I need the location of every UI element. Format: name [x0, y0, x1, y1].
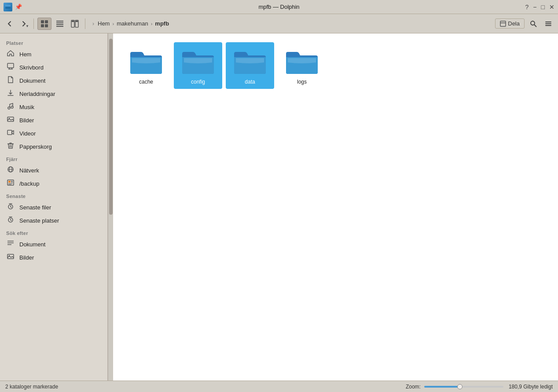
close-button[interactable]: ✕	[549, 4, 554, 11]
sidebar-item-bilder[interactable]: Bilder	[0, 114, 107, 127]
titlebar-left: 📌	[4, 3, 22, 11]
selection-status: 2 kataloger markerade	[5, 384, 58, 390]
folder-icon-data	[232, 46, 268, 76]
sidebar-item-dokument[interactable]: Dokument	[0, 74, 107, 87]
backup-icon	[6, 179, 15, 188]
folder-label-config: config	[190, 78, 206, 85]
back-button[interactable]	[4, 18, 16, 29]
search-button[interactable]	[527, 18, 540, 29]
svg-rect-38	[8, 181, 11, 183]
breadcrumb-sep-2: ›	[151, 21, 153, 26]
svg-rect-1	[5, 7, 11, 9]
sidebar-label-dokument: Dokument	[19, 77, 45, 84]
sidebar-label-hem: Hem	[19, 51, 31, 58]
breadcrumb-arrow: ›	[92, 21, 94, 27]
file-area: cache config	[113, 33, 558, 381]
trash-icon	[6, 142, 15, 151]
recent-places-icon	[6, 216, 15, 225]
section-platser: Platser	[0, 37, 107, 48]
sidebar-item-sok-bilder[interactable]: Bilder	[0, 251, 107, 264]
folder-item-data[interactable]: data	[226, 42, 274, 89]
svg-rect-12	[72, 21, 74, 22]
sidebar-item-senaste-filer[interactable]: Senaste filer	[0, 201, 107, 214]
help-button[interactable]: ?	[525, 4, 529, 11]
svg-rect-4	[41, 24, 44, 27]
svg-rect-2	[41, 20, 44, 23]
search-document-icon	[6, 240, 15, 249]
dokument-icon	[6, 76, 15, 85]
zoom-label: Zoom:	[406, 384, 421, 390]
sidebar-item-hem[interactable]: Hem	[0, 48, 107, 61]
sidebar-item-skrivbord[interactable]: Skrivbord	[0, 61, 107, 74]
toolbar-sep-1	[33, 18, 34, 29]
statusbar: 2 kataloger markerade Zoom: 180,9 Gibyte…	[0, 381, 558, 392]
sidebar-item-sok-dokument[interactable]: Dokument	[0, 238, 107, 251]
sidebar-item-natverk[interactable]: Nätverk	[0, 164, 107, 177]
zoom-thumb[interactable]	[457, 384, 463, 389]
folder-icon-cache	[128, 46, 164, 76]
forward-button[interactable]: ▼	[18, 18, 30, 29]
sidebar-label-nerladdningar: Nerladdningar	[19, 91, 55, 97]
svg-rect-6	[56, 21, 63, 22]
sidebar-item-videor[interactable]: Videor	[0, 127, 107, 140]
minimize-button[interactable]: −	[533, 4, 536, 11]
sidebar-label-sok-bilder: Bilder	[19, 254, 34, 261]
svg-rect-5	[45, 24, 48, 27]
network-icon	[6, 166, 15, 175]
scrollbar-thumb[interactable]	[109, 39, 113, 215]
window-title: mpfb — Dolphin	[258, 4, 299, 10]
file-grid: cache config	[122, 42, 549, 89]
images-icon	[6, 116, 15, 125]
sidebar-scrollbar[interactable]	[108, 33, 113, 381]
svg-rect-13	[76, 21, 78, 22]
sidebar-item-musik[interactable]: Musik	[0, 100, 107, 114]
folder-item-logs[interactable]: logs	[278, 42, 326, 89]
breadcrumb-item-makehuman[interactable]: makehuman	[115, 19, 150, 28]
download-icon	[6, 89, 15, 98]
svg-point-27	[11, 106, 13, 108]
music-icon	[6, 103, 15, 111]
view-details-button[interactable]	[53, 18, 66, 29]
home-icon	[6, 50, 15, 59]
desktop-icon	[6, 63, 15, 72]
svg-rect-7	[56, 22, 63, 23]
sidebar-item-papperskorg[interactable]: Papperskorg	[0, 140, 107, 153]
sidebar-label-bilder: Bilder	[19, 117, 34, 124]
svg-rect-30	[7, 130, 12, 135]
breadcrumb-item-mpfb[interactable]: mpfb	[153, 19, 171, 28]
svg-line-17	[534, 25, 536, 27]
folder-label-data: data	[243, 78, 256, 85]
sidebar-item-backup[interactable]: /backup	[0, 177, 107, 190]
sidebar-label-sok-dokument: Dokument	[19, 241, 45, 248]
pin-icon[interactable]: 📌	[15, 4, 22, 10]
section-senaste: Senaste	[0, 190, 107, 201]
video-icon	[6, 129, 15, 138]
free-space: 180,9 Gibyte ledigt	[509, 384, 553, 390]
sidebar-item-senaste-platser[interactable]: Senaste platser	[0, 214, 107, 227]
svg-point-26	[8, 107, 10, 109]
sidebar-label-senaste-platser: Senaste platser	[19, 217, 59, 224]
svg-rect-9	[56, 26, 63, 27]
view-split-button[interactable]	[68, 18, 81, 29]
sidebar: Platser Hem Skrivbord	[0, 33, 108, 381]
titlebar-buttons: ? − □ ✕	[525, 4, 554, 11]
folder-label-logs: logs	[296, 78, 308, 85]
menu-button[interactable]	[542, 18, 554, 29]
section-fjarr: Fjärr	[0, 153, 107, 164]
section-sok: Sök efter	[0, 227, 107, 238]
breadcrumb: › Hem › makehuman › mpfb	[92, 19, 490, 28]
sidebar-item-nerladdningar[interactable]: Nerladdningar	[0, 87, 107, 100]
titlebar: 📌 mpfb — Dolphin ? − □ ✕	[0, 0, 558, 14]
dela-button[interactable]: Dela	[495, 18, 525, 29]
breadcrumb-item-hem[interactable]: Hem	[96, 19, 111, 28]
folder-item-config[interactable]: config	[174, 42, 222, 89]
maximize-button[interactable]: □	[541, 4, 545, 11]
folder-item-cache[interactable]: cache	[122, 42, 170, 89]
dela-label: Dela	[508, 20, 520, 27]
folder-icon-config	[180, 46, 216, 76]
svg-rect-21	[7, 63, 14, 68]
recent-files-icon	[6, 203, 15, 212]
view-icons-button[interactable]	[37, 18, 51, 30]
zoom-slider[interactable]	[424, 386, 503, 388]
svg-rect-3	[45, 20, 48, 23]
